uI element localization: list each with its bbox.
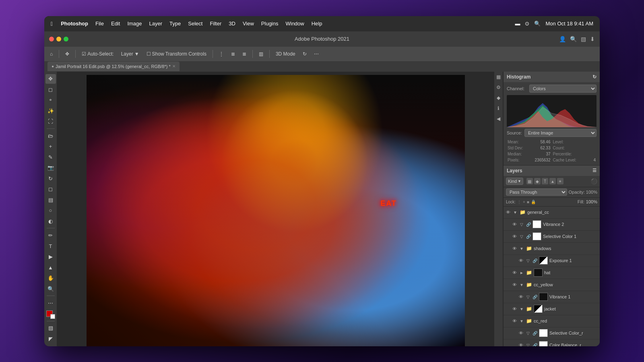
layer-item-hat[interactable]: 👁 ► 📁 hat xyxy=(504,267,600,279)
eye-icon-jacket[interactable]: 👁 xyxy=(512,306,517,312)
more-tools-btn[interactable]: ⋯ xyxy=(45,298,56,308)
histogram-panel-icon[interactable]: ▦ xyxy=(495,73,502,81)
lasso-tool[interactable]: ⚬ xyxy=(45,95,56,105)
menu-3d[interactable]: 3D xyxy=(225,19,239,28)
info-panel-icon[interactable]: ℹ xyxy=(495,105,502,112)
menu-plugins[interactable]: Plugins xyxy=(258,19,282,28)
layer-item-general-cc[interactable]: 👁 ▼ 📁 general_cc xyxy=(504,207,600,219)
align-left-button[interactable]: ⋮ xyxy=(217,50,226,58)
menu-layer[interactable]: Layer xyxy=(146,19,166,28)
menu-window[interactable]: Window xyxy=(282,19,307,28)
more-tools-button[interactable]: ⋯ xyxy=(312,50,321,58)
menu-image[interactable]: Image xyxy=(124,19,145,28)
eyedropper-tool[interactable]: 🗁 xyxy=(45,131,56,141)
layer-item-cc-yellow[interactable]: 👁 ▼ 📁 cc_yellow xyxy=(504,279,600,291)
crop-tool[interactable]: ⛶ xyxy=(45,117,56,127)
dodge-tool[interactable]: ◐ xyxy=(45,216,56,226)
move-tool[interactable]: ✥ xyxy=(45,74,56,84)
canvas-image[interactable]: EAT xyxy=(87,75,465,346)
eraser-tool[interactable]: ◻ xyxy=(45,184,56,194)
history-brush-tool[interactable]: ↻ xyxy=(45,174,56,184)
type-tool[interactable]: T xyxy=(45,241,56,251)
color-panel-icon[interactable]: ◀ xyxy=(495,115,502,122)
color-swatches[interactable] xyxy=(46,310,55,319)
quick-mask-tool[interactable]: ▧ xyxy=(45,323,56,333)
background-color[interactable] xyxy=(50,314,55,319)
expand-icon-cc-red[interactable]: ▼ xyxy=(519,318,524,324)
magic-wand-tool[interactable]: ✨ xyxy=(45,106,56,116)
expand-icon-cc-yellow[interactable]: ▼ xyxy=(519,282,524,288)
search-title-icon[interactable]: 🔍 xyxy=(570,36,577,42)
lock-pixels-icon[interactable]: ⋮ xyxy=(517,200,521,204)
path-selection-tool[interactable]: ▶ xyxy=(45,252,56,262)
shape-filter-icon[interactable]: ▲ xyxy=(549,178,556,184)
tab-close-icon[interactable]: ✕ xyxy=(172,64,175,68)
apple-logo-icon[interactable]:  xyxy=(51,21,53,27)
layer-item-jacket[interactable]: 👁 ▼ 📁 jacket xyxy=(504,303,600,315)
eye-icon-vibrance2[interactable]: 👁 xyxy=(512,221,517,227)
layer-item-colorbal-r[interactable]: 👁 ▽ 🔗 Color Balance_r xyxy=(504,339,600,346)
lock-artboard-icon[interactable]: ■ xyxy=(527,200,529,204)
shape-tool[interactable]: ▲ xyxy=(45,263,56,273)
layer-item-vibrance1[interactable]: 👁 ▽ 🔗 Vibrance 1 xyxy=(504,291,600,303)
expand-icon-hat[interactable]: ► xyxy=(519,270,524,275)
eye-icon-colorbal-r[interactable]: 👁 xyxy=(518,342,524,346)
lock-all-icon[interactable]: 🔒 xyxy=(531,200,536,204)
menu-edit[interactable]: Edit xyxy=(108,19,123,28)
layer-item-selective-r[interactable]: 👁 ▽ 🔗 Selective Color_r xyxy=(504,327,600,339)
eye-icon-selective-r[interactable]: 👁 xyxy=(518,330,524,336)
eye-icon-selective1[interactable]: 👁 xyxy=(512,234,517,239)
layers-list[interactable]: 👁 ▼ 📁 general_cc 👁 ▽ 🔗 Vibrance 2 xyxy=(504,207,600,346)
eye-icon-cc-red[interactable]: 👁 xyxy=(512,318,517,324)
hand-tool[interactable]: ✋ xyxy=(45,273,56,283)
settings-panel-icon[interactable]: ⚙ xyxy=(495,84,502,91)
source-select[interactable]: Entire Image xyxy=(524,129,597,137)
search-menubar-icon[interactable]: 🔍 xyxy=(534,21,541,27)
blend-mode-select[interactable]: Pass Through xyxy=(506,188,567,196)
layer-item-shadows[interactable]: 👁 ▼ 📁 shadows xyxy=(504,243,600,255)
kind-filter-dropdown[interactable]: Kind ▼ xyxy=(506,178,523,185)
expand-icon-shadows[interactable]: ▼ xyxy=(519,246,524,251)
close-button[interactable] xyxy=(49,37,54,41)
layer-item-exposure1[interactable]: 👁 ▽ 🔗 Exposure 1 xyxy=(504,255,600,267)
layer-item-selective1[interactable]: 👁 ▽ 🔗 Selective Color 1 xyxy=(504,231,600,243)
menu-view[interactable]: View xyxy=(239,19,257,28)
eye-icon-hat[interactable]: 👁 xyxy=(512,270,517,275)
user-icon[interactable]: 👤 xyxy=(559,36,566,42)
menu-filter[interactable]: Filter xyxy=(206,19,225,28)
histogram-panel-header[interactable]: Histogram ↻ xyxy=(504,72,600,82)
eye-icon-cc-yellow[interactable]: 👁 xyxy=(512,282,517,288)
marquee-tool[interactable]: ◻ xyxy=(45,85,56,95)
arrange-icon[interactable]: ▧ xyxy=(581,36,586,42)
eye-icon-vibrance1[interactable]: 👁 xyxy=(518,294,524,300)
eye-icon-general-cc[interactable]: 👁 xyxy=(505,209,511,215)
layer-item-cc-red[interactable]: 👁 ▼ 📁 cc_red xyxy=(504,315,600,327)
auto-select-checkbox[interactable]: ☑ Auto-Select: xyxy=(79,50,116,58)
home-button[interactable]: ⌂ xyxy=(47,50,55,58)
lock-position-icon[interactable]: + xyxy=(523,200,525,204)
minimize-button[interactable] xyxy=(56,37,61,41)
type-filter-icon[interactable]: T xyxy=(542,178,548,184)
opacity-value[interactable]: 100% xyxy=(586,190,597,194)
channel-select[interactable]: Colors xyxy=(529,85,597,93)
layers-panel-menu-icon[interactable]: ☰ xyxy=(592,168,597,173)
document-tab[interactable]: ● Jamil Portrait 16 Edit.psb @ 12.5% (ge… xyxy=(47,62,180,71)
brush-tool[interactable]: ✎ xyxy=(45,152,56,162)
heal-tool[interactable]: + xyxy=(45,141,56,151)
layer-item-vibrance2[interactable]: 👁 ▽ 🔗 Vibrance 2 xyxy=(504,219,600,231)
adjustments-panel-icon[interactable]: ◆ xyxy=(495,94,502,101)
align-right-button[interactable]: ≣ xyxy=(240,50,249,58)
expand-icon-jacket[interactable]: ▼ xyxy=(519,306,524,312)
histogram-refresh-icon[interactable]: ↻ xyxy=(592,74,597,80)
expand-icon-general-cc[interactable]: ▼ xyxy=(512,209,518,215)
app-name-menu[interactable]: Photoshop xyxy=(58,19,91,28)
eye-icon-exposure1[interactable]: 👁 xyxy=(518,258,524,263)
expand-icon[interactable]: ⬇ xyxy=(590,36,595,42)
menu-file[interactable]: File xyxy=(92,19,107,28)
menu-help[interactable]: Help xyxy=(308,19,326,28)
gradient-tool[interactable]: ▤ xyxy=(45,195,56,205)
smart-filter-icon[interactable]: ☀ xyxy=(557,178,564,184)
menu-type[interactable]: Type xyxy=(166,19,184,28)
move-tool-button[interactable]: ✥ xyxy=(63,50,72,58)
distribute-button[interactable]: ▥ xyxy=(256,50,266,58)
